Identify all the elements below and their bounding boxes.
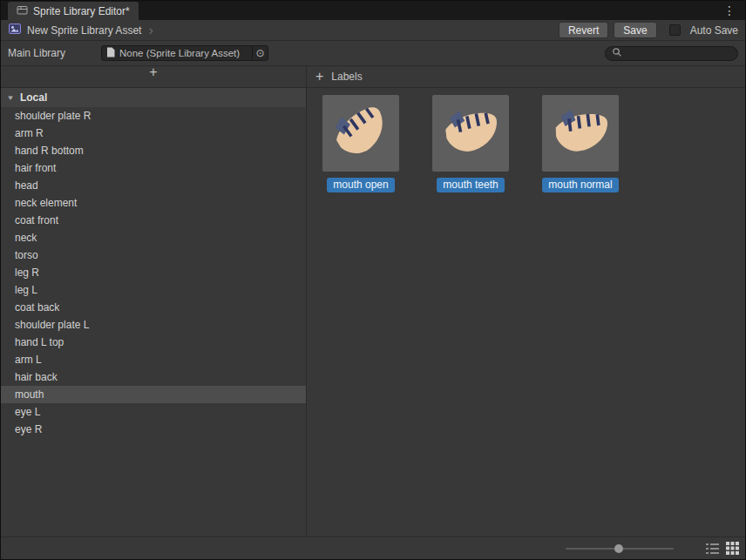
sprite-label[interactable]: mouth normal: [542, 178, 618, 192]
toolbar: New Sprite Library Asset › Revert Save A…: [1, 20, 745, 41]
category-item[interactable]: shoulder plate R: [1, 107, 306, 125]
category-item[interactable]: leg R: [1, 264, 306, 281]
sprite-card[interactable]: mouth normal: [542, 95, 619, 192]
object-field-content[interactable]: None (Sprite Library Asset): [102, 47, 252, 60]
local-group-label: Local: [20, 91, 47, 104]
category-item[interactable]: head: [1, 177, 306, 194]
sprite-library-asset-icon: [8, 22, 22, 38]
auto-save-checkbox[interactable]: [669, 24, 681, 36]
sprite-image: [436, 98, 505, 168]
search-input[interactable]: [626, 48, 731, 58]
sprite-label[interactable]: mouth open: [327, 178, 394, 192]
main-library-label: Main Library: [8, 47, 101, 59]
categories-header-label: Categories: [128, 86, 179, 87]
sprite-thumbnail[interactable]: [322, 95, 399, 172]
asset-doc-icon: [106, 47, 115, 60]
category-item[interactable]: arm R: [1, 125, 306, 142]
sprite-card[interactable]: mouth open: [322, 95, 399, 192]
sprite-label[interactable]: mouth teeth: [437, 178, 504, 192]
object-field-value: None (Sprite Library Asset): [119, 48, 240, 58]
category-item[interactable]: hand L top: [1, 334, 306, 351]
sprite-image: [326, 98, 396, 168]
category-item[interactable]: neck element: [1, 194, 306, 212]
category-item[interactable]: coat front: [1, 212, 306, 229]
sprite-thumbnail[interactable]: [432, 95, 509, 172]
main-library-object-field[interactable]: None (Sprite Library Asset) ⊙: [101, 45, 268, 61]
list-view-icon[interactable]: [704, 541, 720, 557]
add-category-icon[interactable]: +: [149, 66, 157, 78]
tab-icon: [17, 4, 28, 18]
panel-headers: + Categories + Labels: [1, 66, 745, 88]
category-item[interactable]: neck: [1, 229, 306, 246]
category-item[interactable]: eye R: [1, 421, 306, 438]
tab-title: Sprite Library Editor*: [33, 5, 130, 17]
grid-view-icon[interactable]: [724, 541, 740, 557]
main-area: ▼ Local shoulder plate R arm R hand R bo…: [1, 88, 745, 536]
category-item[interactable]: hair back: [1, 368, 306, 386]
tab-bar: Sprite Library Editor* ⋮: [1, 1, 745, 20]
sprite-card[interactable]: mouth teeth: [432, 95, 509, 192]
save-button[interactable]: Save: [614, 22, 656, 38]
breadcrumb-chevron-icon: ›: [148, 24, 153, 37]
label-cards: mouth open: [307, 88, 745, 192]
categories-panel: ▼ Local shoulder plate R arm R hand R bo…: [1, 88, 307, 536]
add-label-icon[interactable]: +: [315, 71, 323, 83]
category-item[interactable]: leg L: [1, 281, 306, 299]
labels-header: + Labels: [307, 66, 745, 87]
category-item[interactable]: coat back: [1, 299, 306, 316]
breadcrumb[interactable]: New Sprite Library Asset: [27, 24, 141, 37]
category-item[interactable]: shoulder plate L: [1, 316, 306, 334]
zoom-slider-knob[interactable]: [614, 544, 623, 553]
search-icon: [612, 47, 622, 60]
category-item[interactable]: torso: [1, 246, 306, 264]
sprite-thumbnail[interactable]: [542, 95, 619, 172]
search-field[interactable]: [605, 46, 738, 61]
auto-save-label: Auto Save: [690, 24, 738, 37]
revert-button[interactable]: Revert: [559, 22, 608, 38]
category-item[interactable]: mouth: [1, 386, 306, 403]
category-item[interactable]: hand R bottom: [1, 142, 306, 159]
categories-header: + Categories: [1, 66, 307, 87]
sprite-image: [546, 98, 615, 168]
object-picker-icon[interactable]: ⊙: [252, 46, 268, 60]
main-library-row: Main Library None (Sprite Library Asset)…: [1, 41, 745, 66]
window-menu-icon[interactable]: ⋮: [723, 3, 736, 17]
foldout-triangle-icon[interactable]: ▼: [6, 94, 15, 102]
category-item[interactable]: arm L: [1, 351, 306, 368]
footer-bar: [1, 536, 745, 559]
zoom-slider[interactable]: [566, 548, 674, 550]
tab-sprite-library-editor[interactable]: Sprite Library Editor*: [8, 2, 139, 20]
category-item[interactable]: eye L: [1, 403, 306, 421]
sprite-library-editor-window: Sprite Library Editor* ⋮ New Sprite Libr…: [0, 0, 746, 560]
category-list: shoulder plate R arm R hand R bottom hai…: [1, 107, 306, 438]
category-item[interactable]: hair front: [1, 159, 306, 177]
labels-header-label: Labels: [331, 71, 362, 83]
local-foldout[interactable]: ▼ Local: [1, 88, 306, 107]
labels-panel: mouth open: [307, 88, 745, 536]
